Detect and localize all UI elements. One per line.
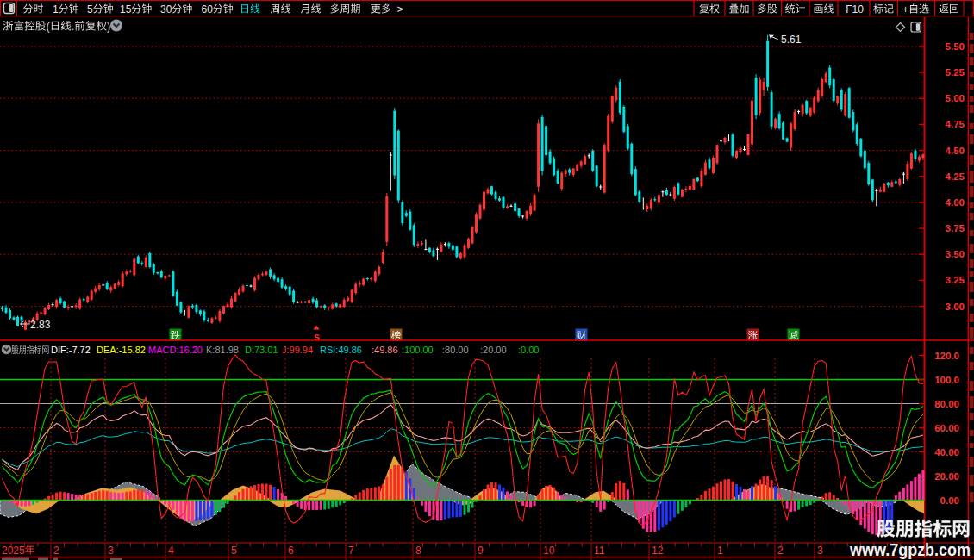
svg-text:.: .: [72, 21, 75, 33]
svg-text:2025: 2025: [2, 544, 25, 557]
svg-text:K:81.98: K:81.98: [206, 345, 239, 355]
svg-text:F10: F10: [846, 3, 864, 16]
svg-text:4.25: 4.25: [946, 171, 965, 182]
svg-text:3.00: 3.00: [946, 302, 965, 312]
svg-text:9: 9: [478, 544, 484, 557]
svg-text:2: 2: [53, 544, 59, 557]
svg-text:www.7gpzb.com: www.7gpzb.com: [849, 539, 971, 559]
svg-text:D:73.01: D:73.01: [245, 345, 278, 355]
svg-text::80.00: :80.00: [442, 345, 469, 355]
svg-text:120.0: 120.0: [934, 351, 959, 361]
svg-text:100.0: 100.0: [934, 375, 959, 385]
svg-text:6: 6: [288, 544, 294, 557]
svg-text:80.00: 80.00: [934, 399, 959, 409]
svg-text:2: 2: [777, 544, 784, 557]
svg-text:>: >: [397, 3, 403, 16]
svg-text:30: 30: [160, 3, 172, 16]
svg-text:5.61: 5.61: [781, 34, 802, 46]
svg-text:20.00: 20.00: [934, 471, 959, 482]
svg-text::100.00: :100.00: [402, 345, 434, 355]
svg-text:DEA:-15.82: DEA:-15.82: [97, 345, 146, 355]
svg-text:RSI:49.86: RSI:49.86: [320, 345, 362, 355]
svg-text::0.00: :0.00: [518, 345, 539, 355]
svg-text:4.50: 4.50: [946, 146, 965, 156]
svg-text:DIF:-7.72: DIF:-7.72: [51, 345, 91, 355]
svg-text:3: 3: [817, 544, 823, 557]
svg-text:4: 4: [168, 544, 174, 557]
svg-text:MACD:16.20: MACD:16.20: [148, 345, 203, 355]
svg-text:1: 1: [53, 3, 59, 16]
svg-text:10: 10: [543, 544, 555, 557]
svg-text:1: 1: [717, 544, 723, 557]
svg-text:3.75: 3.75: [946, 223, 965, 233]
svg-text:3: 3: [108, 544, 114, 557]
svg-text:60.00: 60.00: [934, 423, 959, 433]
svg-text:40.00: 40.00: [934, 447, 959, 457]
svg-text:5: 5: [87, 3, 93, 16]
svg-text:3.25: 3.25: [946, 275, 965, 285]
svg-text::20.00: :20.00: [480, 345, 507, 355]
svg-text:7: 7: [348, 544, 354, 557]
svg-text:5.50: 5.50: [946, 41, 965, 52]
svg-text:4.00: 4.00: [946, 197, 965, 208]
svg-text:+: +: [902, 3, 908, 16]
svg-text:11: 11: [594, 544, 605, 557]
svg-text:0.00: 0.00: [940, 495, 959, 506]
svg-text:5: 5: [231, 544, 237, 557]
svg-text:J:99.94: J:99.94: [282, 345, 313, 355]
svg-text:8: 8: [415, 544, 421, 557]
svg-text:60: 60: [202, 3, 214, 16]
svg-text:5.25: 5.25: [946, 67, 965, 78]
svg-text:5.00: 5.00: [946, 93, 965, 103]
svg-text:4.75: 4.75: [946, 119, 965, 129]
svg-text:): ): [107, 21, 110, 33]
svg-text::49.86: :49.86: [371, 345, 398, 355]
svg-text:15: 15: [120, 3, 132, 16]
svg-text:3.50: 3.50: [946, 249, 965, 259]
svg-text:2.83: 2.83: [30, 319, 51, 331]
